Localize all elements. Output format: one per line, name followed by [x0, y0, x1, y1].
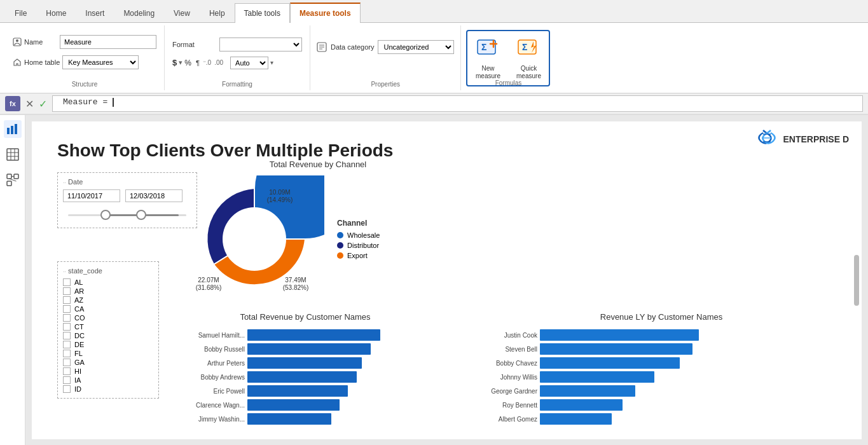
- formula-input[interactable]: Measure =: [52, 95, 863, 112]
- bar-chart-icon: [6, 123, 19, 135]
- state-item-ia[interactable]: IA: [63, 376, 153, 384]
- state-checkbox-ar[interactable]: [63, 287, 71, 295]
- state-checkbox-de[interactable]: [63, 341, 71, 348]
- state-item-ar[interactable]: AR: [63, 287, 153, 295]
- name-icon: [13, 38, 22, 46]
- bar-label-1: Bobby Russell: [194, 346, 245, 353]
- new-measure-icon: Σ: [476, 36, 499, 64]
- state-item-ga[interactable]: GA: [63, 359, 153, 366]
- sidebar-table-icon[interactable]: [4, 146, 22, 163]
- state-checkbox-ca[interactable]: [63, 305, 71, 313]
- end-date-input[interactable]: [125, 189, 183, 202]
- home-table-row: Home table Key Measures: [13, 55, 139, 69]
- svg-text:(14.49%): (14.49%): [267, 196, 293, 203]
- data-category-row: Data category Uncategorized: [317, 40, 454, 54]
- export-dot: [337, 252, 343, 259]
- canvas-scrollbar[interactable]: [854, 255, 859, 306]
- state-checkbox-id[interactable]: [63, 385, 71, 393]
- tab-modeling[interactable]: Modeling: [114, 3, 164, 23]
- state-checkbox-co[interactable]: [63, 314, 71, 322]
- state-item-fl[interactable]: FL: [63, 350, 153, 357]
- bar-fill-4: [247, 385, 348, 397]
- state-checkbox-ia[interactable]: [63, 376, 71, 384]
- distributor-label: Distributor: [347, 242, 379, 249]
- state-item-dc[interactable]: DC: [63, 332, 153, 339]
- confirm-button[interactable]: ✓: [39, 98, 47, 110]
- measure-buttons-container: Σ Newmeasure Σ: [469, 32, 548, 84]
- bar-label-4: Eric Powell: [194, 388, 245, 395]
- bar-fill2-2: [540, 357, 680, 369]
- state-checkbox-ga[interactable]: [63, 359, 71, 366]
- quick-measure-button[interactable]: Σ Quickmeasure: [509, 32, 548, 84]
- state-item-ca[interactable]: CA: [63, 305, 153, 313]
- state-checkbox-az[interactable]: [63, 296, 71, 304]
- sidebar-visual-icon[interactable]: [4, 171, 22, 189]
- bar-fill2-6: [540, 413, 612, 425]
- state-checkbox-ct[interactable]: [63, 323, 71, 331]
- tab-insert[interactable]: Insert: [76, 3, 114, 23]
- tab-help[interactable]: Help: [200, 3, 235, 23]
- donut-svg: 10.09M (14.49%) 22.07M (31.68%) 37.49M (…: [184, 175, 324, 303]
- svg-point-29: [223, 207, 286, 271]
- currency-dropdown[interactable]: ▾: [179, 58, 183, 67]
- state-checkbox-fl[interactable]: [63, 350, 71, 357]
- donut-area: 10.09M (14.49%) 22.07M (31.68%) 37.49M (…: [184, 175, 451, 305]
- bar-row-3: Bobby Andrews: [194, 371, 426, 383]
- auto-dropdown[interactable]: ▾: [270, 59, 273, 66]
- start-date-input[interactable]: [63, 189, 120, 202]
- legend-title: Channel: [337, 219, 380, 228]
- currency-button[interactable]: $: [172, 58, 177, 67]
- state-checkbox-hi[interactable]: [63, 367, 71, 375]
- percent-button[interactable]: %: [184, 58, 191, 67]
- tab-measure-tools[interactable]: Measure tools: [290, 3, 361, 23]
- separator-button[interactable]: ¶: [196, 59, 200, 67]
- quick-measure-svg: Σ: [517, 36, 540, 59]
- state-checkbox-dc[interactable]: [63, 332, 71, 339]
- tab-file[interactable]: File: [5, 3, 36, 23]
- svg-rect-13: [7, 128, 10, 134]
- bar-chart-2-ylabel: Customer Names: [477, 327, 484, 439]
- decrease-decimal[interactable]: ⁻.0: [203, 59, 211, 66]
- bar-fill2-0: [540, 329, 699, 341]
- bar-chart-1-area: Customer Names Samuel Hamilt...Bobby Rus…: [184, 327, 426, 439]
- home-table-select[interactable]: Key Measures: [62, 55, 139, 69]
- bar-row2-2: Bobby Chavez: [486, 357, 846, 369]
- date-slider[interactable]: [63, 207, 191, 222]
- tab-view[interactable]: View: [164, 3, 200, 23]
- properties-label: Properties: [317, 78, 454, 88]
- tab-home[interactable]: Home: [36, 3, 76, 23]
- tab-table-tools[interactable]: Table tools: [235, 3, 290, 23]
- legend-export: Export: [337, 252, 380, 259]
- state-item-ct[interactable]: CT: [63, 323, 153, 331]
- new-measure-button[interactable]: Σ Newmeasure: [469, 32, 507, 84]
- date-inputs: [63, 189, 191, 202]
- legend-wholesale: Wholesale: [337, 231, 380, 239]
- state-item-az[interactable]: AZ: [63, 296, 153, 304]
- sidebar-chart-icon[interactable]: [4, 120, 22, 138]
- state-checkbox-al[interactable]: [63, 278, 71, 286]
- svg-text:Σ: Σ: [522, 42, 527, 52]
- state-item-al[interactable]: AL: [63, 278, 153, 286]
- bar-row-0: Samuel Hamilt...: [194, 329, 426, 341]
- bar-label-5: Clarence Wagn...: [194, 402, 245, 409]
- canvas: Show Top Clients Over Multiple Periods E…: [25, 115, 868, 445]
- increase-decimal[interactable]: .00: [214, 59, 223, 66]
- format-select[interactable]: [219, 38, 302, 51]
- wholesale-dot: [337, 232, 343, 238]
- state-item-de[interactable]: DE: [63, 341, 153, 348]
- svg-text:(31.68%): (31.68%): [196, 284, 222, 291]
- cancel-button[interactable]: ✕: [25, 98, 34, 110]
- svg-rect-15: [15, 124, 17, 134]
- slider-thumb-left[interactable]: [100, 210, 111, 220]
- state-item-hi[interactable]: HI: [63, 367, 153, 375]
- data-category-select[interactable]: Uncategorized: [378, 40, 454, 54]
- auto-select[interactable]: Auto: [230, 57, 268, 69]
- state-slicer: ·· state_code ALARAZCACOCTDCDEFLGAHIIAID: [57, 261, 159, 399]
- slider-thumb-right[interactable]: [136, 210, 146, 220]
- bar-label2-3: Johnny Willis: [486, 374, 537, 381]
- name-input[interactable]: [60, 35, 156, 49]
- state-item-id[interactable]: ID: [63, 385, 153, 393]
- main-area: Show Top Clients Over Multiple Periods E…: [0, 115, 868, 445]
- state-item-co[interactable]: CO: [63, 314, 153, 322]
- svg-point-1: [16, 39, 18, 42]
